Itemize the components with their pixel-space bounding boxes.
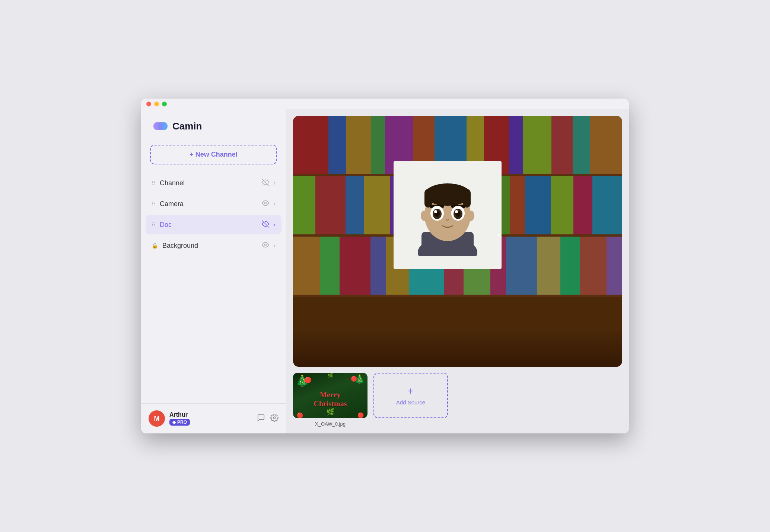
chevron-right-icon: ›: [274, 242, 276, 249]
sidebar-footer: M Arthur ◆ PRO: [141, 403, 286, 433]
svg-point-7: [273, 417, 276, 419]
sidebar-item-label: Doc: [160, 221, 257, 229]
video-bg: ↖: [293, 116, 622, 367]
app-logo-icon: [152, 118, 169, 134]
sidebar: Camin + New Channel ⠿ Channel ›: [141, 99, 286, 433]
svg-point-25: [421, 211, 428, 221]
app-window: Camin + New Channel ⠿ Channel ›: [141, 99, 629, 433]
user-info: Arthur ◆ PRO: [169, 411, 252, 426]
lock-icon: 🔒: [152, 243, 158, 249]
main-content: ↖: [286, 109, 629, 433]
title-bar: [141, 99, 629, 109]
svg-point-6: [264, 244, 266, 246]
logo-area: Camin: [141, 109, 286, 145]
chevron-right-icon: ›: [274, 221, 276, 228]
traffic-lights: [146, 102, 167, 106]
sources-panel: 🎄 🎄 🔴 🔴 🌿 MerryChristmas 🌿 🔴 🔴 X_OAW_0.j: [293, 367, 622, 427]
drag-handle-icon: ⠿: [152, 201, 155, 207]
eye-slash-icon[interactable]: [262, 179, 269, 188]
footer-icons: [257, 414, 279, 424]
christmas-card-text: MerryChristmas: [314, 390, 347, 408]
drag-handle-icon: ⠿: [152, 180, 155, 186]
video-preview: ↖: [293, 116, 622, 367]
video-wrapper: ↖: [293, 116, 622, 367]
svg-point-4: [264, 202, 266, 204]
settings-icon[interactable]: [270, 414, 279, 424]
avatar: M: [149, 410, 165, 427]
source-label: X_OAW_0.jpg: [315, 421, 346, 427]
add-source-button[interactable]: + Add Source: [373, 373, 448, 418]
sidebar-item-label: Camera: [160, 200, 257, 208]
user-name: Arthur: [169, 411, 252, 418]
nav-list: ⠿ Channel › ⠿ Camera: [141, 173, 286, 403]
eye-icon[interactable]: [262, 241, 269, 250]
source-thumbnail[interactable]: 🎄 🎄 🔴 🔴 🌿 MerryChristmas 🌿 🔴 🔴: [293, 373, 368, 418]
sidebar-item-label: Background: [162, 242, 257, 250]
sidebar-item-camera[interactable]: ⠿ Camera ›: [146, 194, 281, 214]
new-channel-button[interactable]: + New Channel: [150, 145, 277, 164]
svg-point-24: [455, 210, 458, 213]
sidebar-item-channel[interactable]: ⠿ Channel ›: [146, 173, 281, 193]
person-overlay: [394, 161, 502, 269]
drag-handle-icon: ⠿: [152, 222, 155, 228]
chevron-right-icon: ›: [274, 201, 276, 207]
eye-slash-active-icon[interactable]: [262, 220, 269, 229]
svg-point-2: [158, 122, 163, 130]
pro-badge: ◆ PRO: [169, 419, 190, 426]
diamond-icon: ◆: [172, 420, 176, 425]
sidebar-item-background[interactable]: 🔒 Background ›: [146, 236, 281, 255]
source-item: 🎄 🎄 🔴 🔴 🌿 MerryChristmas 🌿 🔴 🔴 X_OAW_0.j: [293, 373, 368, 427]
eye-icon[interactable]: [262, 199, 269, 208]
svg-point-26: [467, 211, 474, 221]
maximize-button[interactable]: [162, 102, 167, 106]
christmas-card-preview: 🎄 🎄 🔴 🔴 🌿 MerryChristmas 🌿 🔴 🔴: [293, 373, 368, 418]
add-source-item: + Add Source: [373, 373, 448, 427]
svg-point-23: [434, 210, 437, 213]
close-button[interactable]: [146, 102, 151, 106]
new-channel-label: + New Channel: [190, 151, 238, 158]
add-source-plus-icon: +: [408, 386, 414, 396]
sidebar-item-doc[interactable]: ⠿ Doc ›: [146, 215, 281, 234]
app-name: Camin: [172, 121, 202, 132]
chat-icon[interactable]: [257, 414, 265, 424]
chevron-right-icon: ›: [274, 180, 276, 186]
sidebar-item-label: Channel: [160, 179, 257, 187]
minimize-button[interactable]: [154, 102, 159, 106]
add-source-label: Add Source: [396, 399, 425, 406]
cartoon-avatar-svg: [410, 174, 485, 256]
